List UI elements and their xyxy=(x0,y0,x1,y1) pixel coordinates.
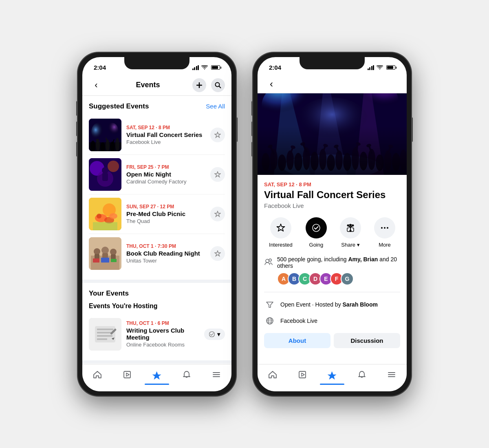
back-button-left[interactable]: ‹ xyxy=(89,80,104,90)
detail-tabs: About Discussion xyxy=(264,333,400,348)
watch-icon-left xyxy=(122,369,132,380)
going-action[interactable]: Going xyxy=(306,217,327,248)
nav-events-right[interactable] xyxy=(317,368,347,382)
back-button-right[interactable]: ‹ xyxy=(264,78,279,90)
share-label: Share ▾ xyxy=(341,242,359,248)
event-info-4: THU, OCT 1 · 7:30 PM Book Club Reading N… xyxy=(126,243,205,264)
suggested-events-title: Suggested Events xyxy=(89,102,149,110)
svg-point-34 xyxy=(101,247,109,254)
suggested-event-1[interactable]: SAT, SEP 12 · 8 PM Virtual Fall Concert … xyxy=(89,115,225,155)
svg-point-121 xyxy=(269,259,271,261)
wifi-icon-left xyxy=(201,65,208,70)
people-icon xyxy=(264,258,273,267)
screen-content-left: ‹ Events xyxy=(82,75,231,391)
svg-rect-40 xyxy=(111,259,117,262)
suggested-event-2[interactable]: FRI, SEP 25 · 7 PM Open Mic Night Cardin… xyxy=(89,155,225,194)
svg-rect-38 xyxy=(93,258,99,263)
watch-icon-right xyxy=(297,369,308,380)
menu-icon-left xyxy=(211,369,222,380)
tab-discussion[interactable]: Discussion xyxy=(334,333,400,348)
bottom-nav-left xyxy=(82,364,231,391)
nav-menu-left[interactable] xyxy=(202,368,231,382)
status-time-right: 2:04 xyxy=(269,64,281,71)
detail-date: SAT, SEP 12 · 8 PM xyxy=(264,181,400,188)
facebook-live-text: Facebook Live xyxy=(280,318,317,324)
svg-point-32 xyxy=(94,248,100,255)
event-date-2: FRI, SEP 25 · 7 PM xyxy=(126,164,205,170)
hosting-event-info: THU, OCT 1 · 6 PM Writing Lovers Club Me… xyxy=(126,320,199,348)
event-info-2: FRI, SEP 25 · 7 PM Open Mic Night Cardin… xyxy=(126,164,205,185)
page-container: 2:04 xyxy=(0,36,489,413)
nav-home-right[interactable] xyxy=(258,368,287,382)
notch-left xyxy=(124,57,189,69)
nav-notifications-left[interactable] xyxy=(172,368,202,382)
event-date-4: THU, OCT 1 · 7:30 PM xyxy=(126,243,205,249)
going-badge[interactable]: ▾ xyxy=(204,329,225,340)
interested-circle xyxy=(270,217,291,238)
attendees-info: 500 people going, including Amy, Brian a… xyxy=(277,256,400,285)
detail-nav-header: ‹ xyxy=(258,75,407,93)
hosting-event-location: Online Facebook Rooms xyxy=(126,342,199,348)
add-button[interactable] xyxy=(192,78,206,92)
wifi-icon-right xyxy=(377,65,383,70)
detail-scroll: SAT, SEP 12 · 8 PM Virtual Fall Concert … xyxy=(258,93,407,364)
event-star-2[interactable] xyxy=(210,167,225,182)
menu-icon-right xyxy=(386,369,397,380)
events-icon-left xyxy=(152,369,162,380)
event-detail-content: SAT, SEP 12 · 8 PM Virtual Fall Concert … xyxy=(258,175,407,355)
nav-notifications-right[interactable] xyxy=(347,368,377,382)
facebook-live-row: Facebook Live xyxy=(264,315,400,327)
suggested-event-4[interactable]: THU, OCT 1 · 7:30 PM Book Club Reading N… xyxy=(89,234,225,273)
notch-right xyxy=(300,57,365,69)
svg-point-5 xyxy=(91,123,106,141)
funnel-icon xyxy=(264,299,275,310)
svg-point-48 xyxy=(209,331,215,337)
svg-rect-22 xyxy=(102,173,108,181)
battery-icon-left xyxy=(211,65,220,70)
bottom-nav-right xyxy=(258,364,407,391)
suggested-event-3[interactable]: SUN, SEP 27 · 12 PM Pre-Med Club Picnic … xyxy=(89,194,225,234)
globe-icon xyxy=(264,315,275,327)
hosting-title: Events You're Hosting xyxy=(89,302,225,310)
nav-menu-right[interactable] xyxy=(377,368,407,382)
event-star-1[interactable] xyxy=(210,128,225,142)
more-action[interactable]: More xyxy=(374,217,395,248)
event-thumb-4 xyxy=(89,237,121,270)
svg-point-28 xyxy=(109,213,117,219)
svg-marker-64 xyxy=(152,371,161,380)
nav-home-left[interactable] xyxy=(82,368,112,382)
phone-right-inner: 2:04 xyxy=(258,57,407,391)
phone-left-inner: 2:04 xyxy=(82,57,231,391)
hosting-event-1[interactable]: THU, OCT 1 · 6 PM Writing Lovers Club Me… xyxy=(89,315,225,354)
interested-action[interactable]: Interested xyxy=(269,217,293,248)
event-thumb-1 xyxy=(89,119,121,151)
svg-point-111 xyxy=(313,224,320,232)
nav-events-left[interactable] xyxy=(142,368,172,382)
search-button[interactable] xyxy=(211,78,225,92)
svg-point-119 xyxy=(387,227,388,229)
event-thumb-2 xyxy=(89,158,121,191)
event-date-3: SUN, SEP 27 · 12 PM xyxy=(126,204,205,210)
open-event-row: Open Event · Hosted by Sarah Bloom xyxy=(264,299,400,310)
event-hero-image xyxy=(258,93,407,175)
detail-venue: Facebook Live xyxy=(264,202,400,209)
svg-point-27 xyxy=(97,214,101,218)
event-star-3[interactable] xyxy=(210,207,225,221)
signal-icon-right xyxy=(368,65,374,70)
more-circle xyxy=(374,217,395,238)
nav-watch-right[interactable] xyxy=(287,368,317,382)
bell-icon-right xyxy=(357,369,367,380)
svg-point-19 xyxy=(108,161,119,172)
svg-point-36 xyxy=(110,249,117,255)
svg-line-3 xyxy=(219,86,221,88)
share-action[interactable]: Share ▾ xyxy=(340,217,361,248)
scroll-area-left: Suggested Events See All xyxy=(82,96,231,364)
nav-watch-left[interactable] xyxy=(112,368,142,382)
suggested-see-all[interactable]: See All xyxy=(206,103,225,110)
nav-header-left: ‹ Events xyxy=(82,75,231,96)
screen-content-right: ‹ xyxy=(258,75,407,391)
event-info-1: SAT, SEP 12 · 8 PM Virtual Fall Concert … xyxy=(126,125,205,145)
tab-about[interactable]: About xyxy=(264,333,330,348)
svg-rect-29 xyxy=(93,222,117,230)
event-star-4[interactable] xyxy=(210,246,225,261)
